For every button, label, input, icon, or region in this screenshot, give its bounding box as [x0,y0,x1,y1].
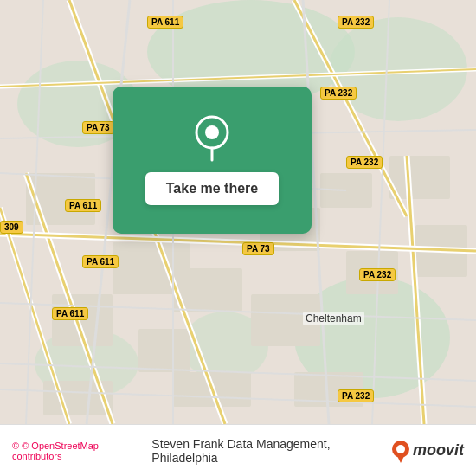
osm-text: © OpenStreetMap contributors [12,441,99,461]
moovit-logo: moovit [389,439,464,463]
svg-rect-16 [389,156,450,199]
road-badge: PA 611 [52,307,88,320]
road-badge: 309 [0,221,23,234]
take-me-there-button[interactable]: Take me there [145,172,279,205]
moovit-icon [389,439,413,463]
road-badge: PA 232 [346,156,383,169]
road-badge: PA 611 [147,16,183,29]
svg-marker-50 [397,456,404,463]
footer-title: Steven Frank Data Management, Philadelph… [151,437,389,465]
svg-point-49 [396,445,405,453]
road-badge: PA 611 [65,199,101,212]
copyright-symbol: © [12,441,19,451]
osm-credit: © © OpenStreetMap contributors [12,441,145,461]
svg-point-46 [205,125,219,139]
road-badge: PA 232 [320,87,357,100]
svg-rect-13 [138,329,190,372]
place-label: Cheltenham [303,312,364,325]
road-badge: PA 232 [338,16,374,29]
map-area: PA 611PA 232PA 73PA 232PA 232PA 611PA 61… [0,0,476,424]
road-badge: PA 73 [82,121,114,134]
overlay-card: Take me there [113,87,312,234]
road-badge: PA 73 [242,242,274,255]
moovit-text: moovit [413,441,464,460]
road-badge: PA 232 [359,268,396,281]
location-pin-icon [189,115,235,162]
road-badge: PA 232 [338,389,374,402]
footer: © © OpenStreetMap contributors Steven Fr… [0,424,476,476]
road-badge: PA 611 [82,255,119,268]
